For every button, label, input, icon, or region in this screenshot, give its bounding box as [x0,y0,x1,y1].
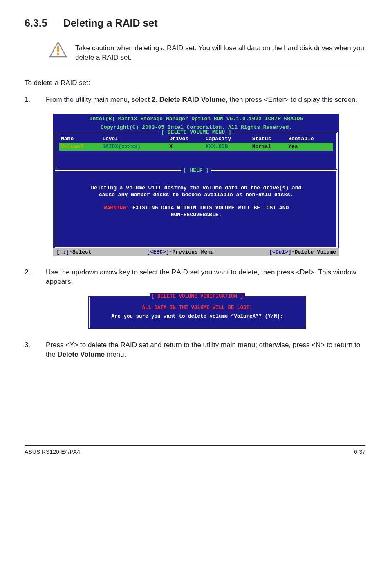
step-number: 3. [25,341,33,359]
step-text: From the utility main menu, select 2. De… [46,95,365,105]
footer-previous: [<ESC>]-Previous Menu [147,249,214,256]
step-text: Press <Y> to delete the RAID set and ret… [46,341,365,359]
footer-delete: [<Del>]-Delete Volume [269,249,336,256]
help-text-line1: Deleting a volume will destroy the volum… [62,184,331,192]
step-3: 3. Press <Y> to delete the RAID set and … [25,341,365,359]
bios-volume-table: Name Level Drives Capacity Status Bootab… [59,135,333,151]
section-heading: 6.3.5Deleting a RAID set [25,16,365,30]
section-title: Deleting a RAID set [63,17,158,29]
help-text-line2: cause any member disks to become availab… [62,191,331,199]
bios-header-line1: Intel(R) Matrix Storage Manager Option R… [53,114,339,123]
svg-point-2 [57,53,59,55]
dialog-title: [ DELETE VOLUME VERIFICATION ] [150,293,245,300]
step-2: 2. Use the up/down arrow key to select t… [25,268,365,287]
step-number: 2. [25,268,33,287]
caution-icon [49,41,67,60]
warning-line1: WARNING: EXISTING DATA WITHIN THIS VOLUM… [62,204,331,212]
bios-volume-frame: [ DELETE VOLUME MENU ] Name Level Drives… [55,132,338,170]
section-number: 6.3.5 [25,16,63,30]
bios-footer: [↑↓]-Select [<ESC>]-Previous Menu [<Del>… [53,248,339,257]
svg-rect-1 [57,46,59,52]
table-row[interactable]: Volume0 RAIDX(xxxxx) X XXX.XGB Normal Ye… [59,143,333,151]
caution-callout: Take caution when deleting a RAID set. Y… [49,40,365,67]
caution-text: Take caution when deleting a RAID set. Y… [75,43,365,63]
dialog-warning: ALL DATA IN THE VOLUME WILL BE LOST! [94,305,301,312]
bios-help-label: [ HELP ] [181,167,211,174]
bios-help-frame: [ HELP ] Deleting a volume will destroy … [55,170,338,248]
page-footer: ASUS RS120-E4/PA4 6-37 [25,445,365,456]
table-header-row: Name Level Drives Capacity Status Bootab… [59,135,333,143]
footer-page-number: 6-37 [354,448,365,456]
bios-delete-volume-screen: Intel(R) Matrix Storage Manager Option R… [53,114,339,257]
footer-product: ASUS RS120-E4/PA4 [25,448,80,456]
warning-line2: NON-RECOVERABLE. [62,211,331,219]
step-text: Use the up/down arrow key to select the … [46,268,365,287]
bios-frame-label: [ DELETE VOLUME MENU ] [159,129,234,136]
footer-select: [↑↓]-Select [56,249,92,256]
bios-verification-dialog: [ DELETE VOLUME VERIFICATION ] ALL DATA … [88,296,307,329]
step-number: 1. [25,95,33,105]
step-1: 1. From the utility main menu, select 2.… [25,95,365,105]
dialog-question: Are you sure you want to delete volume “… [94,313,301,320]
intro-text: To delete a RAID set: [25,79,365,88]
